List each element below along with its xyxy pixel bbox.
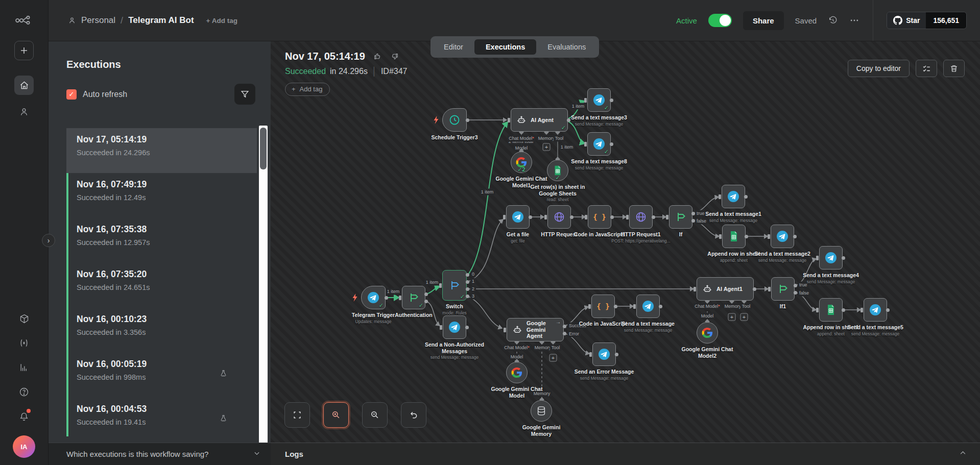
gemini-chat-model-node[interactable]	[506, 362, 528, 383]
notifications-bell-icon[interactable]	[14, 407, 34, 426]
output-port[interactable]	[842, 256, 845, 260]
output-port[interactable]	[610, 142, 613, 146]
avatar[interactable]: IA	[13, 435, 35, 458]
output-port[interactable]	[466, 118, 469, 122]
auto-refresh-checkbox[interactable]: ✓	[66, 89, 77, 100]
active-toggle[interactable]	[708, 14, 732, 27]
output-port[interactable]	[753, 287, 756, 291]
execution-list-item[interactable]: Nov 16, 00:05:19Succeeded in 998ms	[66, 353, 257, 398]
output-port[interactable]	[424, 292, 428, 296]
output-port[interactable]	[691, 219, 695, 223]
history-icon[interactable]	[828, 15, 838, 26]
zoom-in-button[interactable]	[323, 402, 349, 428]
execution-list-item[interactable]: Nov 16, 07:49:19Succeeded in 12.49s	[66, 173, 257, 218]
if-node[interactable]	[669, 205, 692, 229]
send-text-2-node[interactable]	[771, 225, 794, 248]
checklist-button[interactable]	[916, 60, 937, 77]
output-port[interactable]	[465, 326, 469, 329]
execution-add-tag-button[interactable]: + Add tag	[285, 83, 330, 96]
send-text-node[interactable]	[636, 295, 660, 318]
filter-button[interactable]	[234, 84, 255, 105]
output-port[interactable]	[424, 300, 428, 303]
scrollbar-thumb[interactable]	[260, 128, 267, 169]
copy-to-editor-button[interactable]: Copy to editor	[848, 60, 910, 77]
execution-list-item[interactable]: Nov 16, 07:35:38Succeeded in 12.957s	[66, 218, 257, 263]
output-port[interactable]	[610, 215, 614, 219]
chevron-up-icon[interactable]	[959, 449, 967, 459]
add-connection-button[interactable]: +	[728, 313, 736, 321]
thumbs-down-icon[interactable]	[390, 52, 399, 61]
append-row-sheet-node[interactable]	[722, 225, 746, 248]
workflow-canvas[interactable]: Nov 17, 05:14:19 Succeeded in 24.296s │ …	[271, 41, 980, 443]
ai-agent-node[interactable]: AI Agent✓	[511, 108, 568, 132]
output-port[interactable]	[570, 215, 573, 219]
send-text-8-node[interactable]: ✓	[587, 132, 611, 156]
sidebar-item-templates[interactable]	[14, 309, 34, 328]
output-port[interactable]	[745, 235, 748, 238]
output-port[interactable]	[744, 195, 748, 199]
output-port[interactable]	[842, 308, 845, 312]
tab-editor[interactable]: Editor	[433, 39, 474, 55]
schedule-trigger3-node[interactable]	[442, 108, 467, 132]
gemini-chat-model2-node[interactable]	[697, 322, 718, 344]
workflow-title[interactable]: Telegram AI Bot	[128, 15, 194, 26]
send-text-5-node[interactable]	[864, 298, 887, 322]
gemini-chat-model1-node[interactable]: ✓2	[511, 152, 532, 173]
breadcrumb-project[interactable]: Personal	[81, 15, 115, 26]
if1-node[interactable]	[771, 277, 795, 301]
execution-list-item[interactable]: Nov 17, 05:14:19Succeeded in 24.296s	[66, 128, 257, 173]
send-text-4-node[interactable]	[819, 246, 843, 270]
output-port[interactable]	[466, 295, 469, 298]
http-request-node[interactable]	[547, 205, 571, 229]
add-tag-button[interactable]: + Add tag	[206, 17, 237, 25]
logs-bar[interactable]: Logs	[271, 443, 980, 465]
output-port[interactable]	[610, 99, 613, 102]
collapse-panel-button[interactable]: ›	[42, 234, 55, 247]
sidebar-item-users[interactable]	[14, 102, 34, 121]
sidebar-item-variables[interactable]	[14, 333, 34, 353]
gemini-agent-node[interactable]: Google Gemini Agent→	[507, 318, 564, 341]
output-port[interactable]	[466, 280, 469, 284]
github-star-widget[interactable]: Star 156,651	[887, 12, 967, 29]
executions-scrollbar[interactable]	[259, 126, 268, 443]
zoom-out-button[interactable]	[362, 402, 388, 428]
add-workflow-button[interactable]	[14, 41, 34, 60]
fit-view-button[interactable]	[284, 402, 310, 428]
switch-node[interactable]: ✓	[442, 270, 467, 301]
output-port[interactable]	[529, 215, 532, 219]
output-port[interactable]	[563, 332, 566, 335]
add-connection-button[interactable]: +	[740, 313, 748, 321]
execution-list-item[interactable]: Nov 16, 00:10:23Succeeded in 3.356s	[66, 308, 257, 353]
get-a-file-node[interactable]	[506, 205, 530, 229]
http-request1-node[interactable]	[629, 205, 653, 229]
output-port[interactable]	[886, 308, 890, 312]
output-port[interactable]	[794, 291, 797, 295]
send-error-node[interactable]	[592, 342, 616, 366]
output-port[interactable]	[652, 215, 655, 219]
add-connection-button[interactable]: +	[543, 143, 551, 151]
sidebar-item-help[interactable]	[14, 382, 34, 402]
execution-list-item[interactable]: Nov 16, 00:04:53Succeeded in 19.41s	[66, 398, 257, 443]
tab-executions[interactable]: Executions	[474, 39, 536, 55]
send-nonauth-node[interactable]	[443, 315, 466, 339]
ai-agent1-node[interactable]: AI Agent1	[697, 277, 754, 301]
output-port[interactable]	[385, 296, 388, 300]
delete-execution-button[interactable]	[943, 60, 965, 77]
send-text-1-node[interactable]	[722, 185, 745, 208]
tab-evaluations[interactable]: Evaluations	[536, 39, 597, 55]
output-port[interactable]	[691, 212, 695, 215]
executions-footer[interactable]: Which executions is this workflow saving…	[49, 443, 271, 465]
output-port[interactable]	[466, 287, 469, 291]
send-text-3-node[interactable]: ✓	[587, 88, 611, 112]
add-connection-button[interactable]: +	[549, 354, 557, 362]
code-js1-node[interactable]: { }	[588, 205, 611, 229]
output-port[interactable]	[466, 273, 469, 277]
undo-button[interactable]	[401, 402, 426, 428]
telegram-trigger-node[interactable]: ✓	[361, 286, 386, 309]
output-port[interactable]	[615, 353, 618, 356]
execution-list-item[interactable]: Nov 16, 07:35:20Succeeded in 24.651s	[66, 263, 257, 308]
gemini-memory-node[interactable]	[531, 400, 552, 422]
output-port[interactable]	[614, 305, 617, 308]
sidebar-item-insights[interactable]	[14, 358, 34, 377]
code-js-node[interactable]: { }	[591, 295, 615, 318]
